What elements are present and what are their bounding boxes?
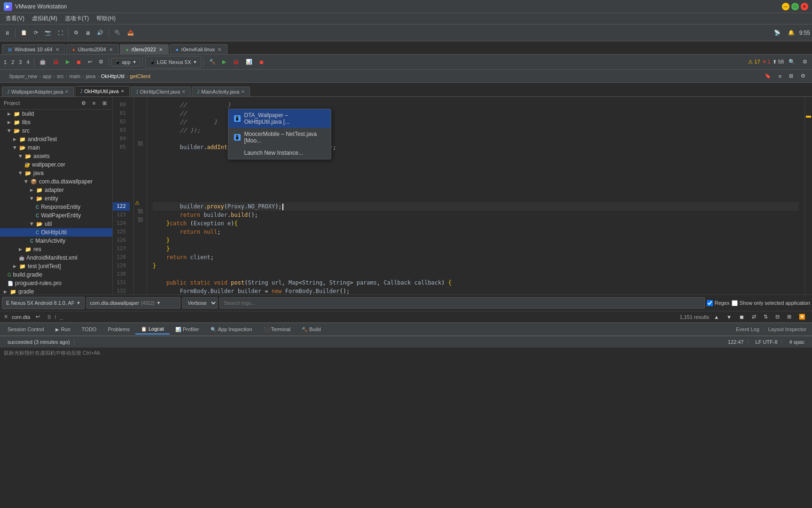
- file-tab-mainactivity[interactable]: J MainActivity.java ✕: [192, 87, 250, 96]
- status-tab-run[interactable]: ▶ Run: [50, 325, 76, 334]
- vm-tab-ubuntu[interactable]: ● Ubuntu2004 ✕: [66, 44, 119, 54]
- close-tab-4[interactable]: ✕: [241, 89, 245, 94]
- toolbar-share-btn[interactable]: 📤: [125, 27, 137, 39]
- header-settings-btn[interactable]: ⚙: [798, 70, 808, 82]
- log-sort-btn[interactable]: ⇅: [761, 311, 771, 323]
- toolbar-send-btn[interactable]: 📋: [18, 27, 30, 39]
- sidebar-item-wallpaper-cer[interactable]: 🔐 wallpaper.cer: [0, 160, 112, 169]
- toolbar-restart-btn[interactable]: ⟳: [31, 27, 41, 39]
- log-prev-btn[interactable]: ▲: [711, 311, 722, 323]
- log-format1-btn[interactable]: ⊟: [773, 311, 782, 323]
- sidebar-item-proguard[interactable]: 📄 proguard-rules.pro: [0, 279, 112, 287]
- tab-num-4[interactable]: 4: [24, 59, 31, 65]
- file-tab-okhttpclient[interactable]: J OkHttpClient.java ✕: [131, 87, 191, 96]
- sidebar-item-res[interactable]: ▶ 📁 res: [0, 245, 112, 254]
- logcat-package-selector[interactable]: com.dta.dtawallpaper (4922) ▼: [86, 297, 180, 309]
- ide-android-btn[interactable]: 🤖: [37, 56, 49, 68]
- sidebar-item-entity[interactable]: ▶ 📂 entity: [0, 194, 112, 203]
- instance-popup-item-1[interactable]: 📱 DTA_Wallpaper – OkHttpUtil.java [...: [228, 109, 331, 128]
- toolbar-network-btn[interactable]: 📡: [771, 27, 783, 39]
- menu-view[interactable]: 查看(V): [2, 14, 28, 24]
- minimize-button[interactable]: —: [782, 3, 789, 10]
- ide-build-btn[interactable]: 🔨: [206, 56, 219, 68]
- tab-num-1[interactable]: 1: [2, 59, 8, 65]
- file-tab-wallpaperadapter[interactable]: J WallpaperAdapter.java ✕: [2, 87, 74, 96]
- status-tab-problems[interactable]: Problems: [102, 325, 135, 334]
- layout-inspector-btn[interactable]: Layout Inspector: [768, 326, 806, 332]
- ide-sync-btn[interactable]: ↩: [85, 56, 95, 68]
- close-tab-kali[interactable]: ✕: [218, 47, 221, 52]
- sidebar-item-assets[interactable]: ▶ 📂 assets: [0, 152, 112, 160]
- tab-num-2[interactable]: 2: [9, 59, 16, 65]
- close-tab-windows[interactable]: ✕: [55, 47, 59, 52]
- status-tab-appinspection[interactable]: 🔍 App Inspection: [205, 325, 258, 334]
- sidebar-item-package[interactable]: ▶ 📦 com.dta.dtawallpaper: [0, 177, 112, 186]
- sidebar-item-manifest[interactable]: 🤖 AndroidManifest.xml: [0, 254, 112, 262]
- maximize-button[interactable]: □: [791, 3, 799, 10]
- close-tab-3[interactable]: ✕: [182, 89, 186, 94]
- sidebar-item-buildgradle-app[interactable]: G build.gradle: [0, 270, 112, 279]
- ide-debug-btn[interactable]: 🐞: [50, 56, 62, 68]
- log-filter-btn[interactable]: 🔽: [796, 311, 808, 323]
- log-underline-btn[interactable]: _: [60, 314, 63, 320]
- show-only-selected-checkbox[interactable]: [732, 300, 738, 306]
- close-tab-r0env[interactable]: ✕: [159, 47, 163, 52]
- sidebar-item-build[interactable]: ▶ 📁 build: [0, 110, 112, 118]
- ide-profile-btn[interactable]: 📊: [243, 56, 255, 68]
- toolbar-settings-btn[interactable]: ⚙: [71, 27, 81, 39]
- ide-stop-app-btn[interactable]: ⏹: [256, 56, 267, 68]
- instance-popup-item-2[interactable]: 📱 MoocerMobile – NetTest.java [Moo...: [228, 128, 331, 147]
- log-format2-btn[interactable]: ⊞: [784, 311, 794, 323]
- log-stop-btn[interactable]: ⏹: [736, 311, 747, 323]
- ide-run-btn[interactable]: ▶: [63, 56, 72, 68]
- file-tab-okhttputil[interactable]: J OkHttpUtil.java ✕: [75, 86, 129, 96]
- status-tab-logcat[interactable]: 📋 Logcat: [135, 324, 170, 334]
- toolbar-usb-btn[interactable]: 🔌: [111, 27, 124, 39]
- tab-num-3[interactable]: 3: [17, 59, 23, 65]
- menu-tabs[interactable]: 选项卡(T): [61, 14, 93, 24]
- menu-help[interactable]: 帮助(H): [93, 14, 119, 24]
- log-italic-btn[interactable]: I: [55, 314, 56, 320]
- ide-debug-app-btn[interactable]: 🐞: [230, 56, 242, 68]
- sidebar-item-mainactivity[interactable]: C MainActivity: [0, 237, 112, 245]
- status-tab-session[interactable]: Session Control: [2, 325, 50, 334]
- sidebar-cog-btn[interactable]: ⚙: [79, 99, 88, 107]
- close-tab-ubuntu[interactable]: ✕: [109, 47, 113, 52]
- sidebar-item-okhttputil[interactable]: C OkHttpUtil: [0, 228, 112, 237]
- sidebar-item-util[interactable]: ▶ 📂 util: [0, 220, 112, 228]
- sidebar-item-responseentity[interactable]: C ResponseEntity: [0, 203, 112, 211]
- sidebar-item-gradle-folder[interactable]: ▶ 📁 gradle: [0, 287, 112, 294]
- header-structure-btn[interactable]: ≡: [776, 70, 784, 82]
- sidebar-item-main[interactable]: ▶ 📂 main: [0, 143, 112, 152]
- close-tab-1[interactable]: ✕: [65, 89, 69, 94]
- instance-popup-item-3[interactable]: Launch New Instance...: [228, 147, 331, 159]
- ide-stop-btn[interactable]: ⏹: [73, 56, 84, 68]
- sidebar-item-java[interactable]: ▶ 📂 java: [0, 169, 112, 177]
- status-tab-todo[interactable]: TODO: [76, 325, 102, 334]
- sidebar-expand-btn[interactable]: ⊞: [100, 99, 109, 107]
- close-tab-2[interactable]: ✕: [121, 89, 125, 94]
- sidebar-item-wallpaperentity[interactable]: C WallPaperEntity: [0, 211, 112, 220]
- header-layout-btn[interactable]: ⊞: [786, 70, 796, 82]
- ide-settings-btn[interactable]: ⚙: [800, 56, 810, 68]
- status-tab-profiler[interactable]: 📊 Profiler: [170, 325, 205, 334]
- vm-tab-windows[interactable]: ⊞ Windows 10 x64 ✕: [2, 44, 65, 54]
- log-bold-btn[interactable]: B: [47, 314, 51, 320]
- sidebar-item-androidtest[interactable]: ▶ 📁 androidTest: [0, 135, 112, 143]
- menu-vm[interactable]: 虚拟机(M): [28, 14, 61, 24]
- sidebar-item-test[interactable]: ▶ 📁 test [unitTest]: [0, 262, 112, 270]
- show-only-selected-label[interactable]: Show only selected application: [732, 300, 810, 306]
- header-bookmark-btn[interactable]: 🔖: [762, 70, 774, 82]
- log-next-btn[interactable]: ▼: [724, 311, 734, 323]
- close-button[interactable]: ✕: [801, 3, 808, 10]
- log-wrap-btn[interactable]: ⇄: [749, 311, 759, 323]
- ide-run-app-btn[interactable]: ▶: [219, 56, 229, 68]
- status-tab-build[interactable]: 🔨 Build: [296, 325, 326, 334]
- logcat-regex-checkbox[interactable]: [707, 300, 713, 306]
- toolbar-pause-btn[interactable]: ⏸: [2, 27, 13, 39]
- logcat-search-input[interactable]: [219, 297, 704, 309]
- toolbar-monitor-btn[interactable]: 🖥: [82, 27, 93, 39]
- device-selector[interactable]: 📱 LGE Nexus 5X ▼: [145, 56, 202, 68]
- toolbar-snapshot-btn[interactable]: 📷: [42, 27, 54, 39]
- sidebar-sort-btn[interactable]: ≡: [90, 99, 98, 107]
